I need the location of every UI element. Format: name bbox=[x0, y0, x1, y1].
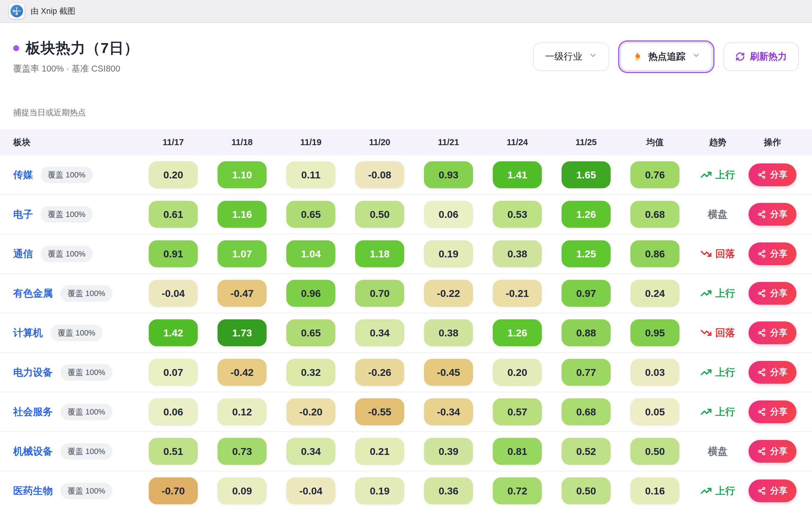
coverage-badge: 覆盖 100% bbox=[60, 443, 113, 460]
heat-cell: -0.21 bbox=[483, 280, 552, 307]
share-icon bbox=[758, 487, 766, 495]
mean-cell: 0.05 bbox=[621, 398, 689, 425]
trend-label: 上行 bbox=[715, 287, 735, 300]
share-button[interactable]: 分享 bbox=[749, 163, 797, 186]
heat-cell: 0.20 bbox=[139, 161, 208, 188]
trend-up-icon bbox=[700, 485, 712, 497]
heat-cell: 0.68 bbox=[552, 398, 621, 425]
sector-link[interactable]: 电力设备 bbox=[13, 366, 53, 379]
heat-cell: 0.12 bbox=[208, 398, 276, 425]
heat-cell: 0.39 bbox=[414, 438, 483, 465]
action-cell: 分享 bbox=[746, 203, 799, 226]
heat-value: 1.16 bbox=[217, 201, 266, 228]
heat-cell: -0.34 bbox=[414, 398, 483, 425]
heat-value: 0.91 bbox=[149, 240, 198, 267]
heat-cell: 0.97 bbox=[552, 280, 621, 307]
trend-label: 上行 bbox=[715, 168, 735, 182]
share-button[interactable]: 分享 bbox=[749, 242, 797, 265]
sector-link[interactable]: 传媒 bbox=[13, 168, 33, 182]
trend-cell: 横盘 bbox=[689, 208, 746, 221]
heat-cell: -0.70 bbox=[139, 477, 208, 504]
heat-cell: -0.45 bbox=[414, 359, 483, 386]
heat-cell: -0.08 bbox=[345, 161, 414, 188]
table-row: 电子覆盖 100%0.611.160.650.500.060.531.260.6… bbox=[0, 195, 812, 234]
heat-value: 0.76 bbox=[630, 161, 679, 188]
heat-cell: 0.73 bbox=[208, 438, 276, 465]
sector-link[interactable]: 社会服务 bbox=[13, 405, 53, 419]
heat-cell: 0.88 bbox=[552, 319, 621, 346]
xnip-app-icon bbox=[9, 3, 24, 19]
heat-value: 0.11 bbox=[286, 161, 335, 188]
mean-cell: 0.50 bbox=[621, 438, 689, 465]
share-button[interactable]: 分享 bbox=[749, 440, 797, 463]
heat-value: 0.65 bbox=[286, 319, 335, 346]
industry-level-dropdown[interactable]: 一级行业 bbox=[533, 43, 609, 71]
mean-cell: 0.03 bbox=[621, 359, 689, 386]
share-button[interactable]: 分享 bbox=[749, 361, 797, 384]
sector-cell: 电子覆盖 100% bbox=[13, 206, 139, 223]
column-header-1: 11/17 bbox=[139, 137, 208, 147]
heat-cell: 0.77 bbox=[552, 359, 621, 386]
trend-up-icon bbox=[700, 406, 712, 417]
heat-cell: 1.25 bbox=[552, 240, 621, 267]
heat-cell: 1.16 bbox=[208, 201, 276, 228]
column-header-7: 11/25 bbox=[552, 137, 621, 147]
share-button-label: 分享 bbox=[770, 327, 788, 339]
heat-cell: 0.36 bbox=[414, 477, 483, 504]
heat-value: 0.51 bbox=[149, 438, 198, 465]
share-button[interactable]: 分享 bbox=[749, 282, 797, 305]
coverage-badge: 覆盖 100% bbox=[60, 483, 113, 499]
sector-link[interactable]: 通信 bbox=[13, 247, 33, 261]
sector-link[interactable]: 有色金属 bbox=[13, 287, 53, 300]
column-header-3: 11/19 bbox=[276, 137, 345, 147]
heat-value: 0.06 bbox=[424, 201, 473, 228]
refresh-heat-button[interactable]: 刷新热力 bbox=[724, 43, 799, 71]
heat-value: 0.09 bbox=[217, 477, 266, 504]
heat-value: 1.65 bbox=[562, 161, 611, 188]
sector-link[interactable]: 机械设备 bbox=[13, 445, 53, 458]
flame-icon bbox=[632, 52, 642, 61]
trend-cell: 上行 bbox=[689, 405, 746, 419]
share-icon bbox=[758, 210, 766, 219]
share-button-label: 分享 bbox=[770, 287, 788, 299]
scissors-icon bbox=[10, 5, 23, 17]
heat-value: 0.34 bbox=[355, 319, 404, 346]
heat-cell: 0.11 bbox=[276, 161, 345, 188]
trend-down-icon bbox=[700, 327, 712, 338]
heat-value: -0.47 bbox=[217, 280, 266, 307]
share-button[interactable]: 分享 bbox=[749, 400, 797, 423]
heat-value: 0.50 bbox=[355, 201, 404, 228]
coverage-badge: 覆盖 100% bbox=[41, 206, 93, 223]
coverage-badge: 覆盖 100% bbox=[41, 167, 93, 183]
table-row: 电力设备覆盖 100%0.07-0.420.32-0.26-0.450.200.… bbox=[0, 353, 812, 392]
heat-value: -0.34 bbox=[424, 398, 473, 425]
screenshot-titlebar: 由 Xnip 截图 bbox=[0, 0, 812, 23]
heat-value: 0.19 bbox=[355, 477, 404, 504]
trend-cell: 回落 bbox=[689, 247, 746, 261]
trend-cell: 上行 bbox=[689, 287, 746, 300]
heat-cell: 1.26 bbox=[483, 319, 552, 346]
trend-cell: 横盘 bbox=[689, 445, 746, 458]
chevron-down-icon bbox=[692, 51, 700, 62]
sector-link[interactable]: 医药生物 bbox=[13, 484, 53, 498]
heat-cell: 1.26 bbox=[552, 201, 621, 228]
sector-link[interactable]: 计算机 bbox=[13, 326, 43, 340]
share-button[interactable]: 分享 bbox=[749, 203, 797, 226]
heat-cell: -0.26 bbox=[345, 359, 414, 386]
trend-cell: 回落 bbox=[689, 326, 746, 340]
hot-tracking-dropdown[interactable]: 热点追踪 bbox=[620, 43, 712, 71]
heat-cell: 0.70 bbox=[345, 280, 414, 307]
sector-cell: 计算机覆盖 100% bbox=[13, 325, 139, 341]
table-row: 有色金属覆盖 100%-0.04-0.470.960.70-0.22-0.210… bbox=[0, 274, 812, 314]
trend-cell: 上行 bbox=[689, 484, 746, 498]
mean-cell: 0.16 bbox=[621, 477, 689, 504]
sector-link[interactable]: 电子 bbox=[13, 208, 33, 221]
heat-value: 0.61 bbox=[149, 201, 198, 228]
column-header-10: 操作 bbox=[746, 136, 799, 149]
share-button[interactable]: 分享 bbox=[749, 480, 797, 502]
trend-down-icon bbox=[700, 248, 712, 260]
sector-heat-panel: 板块热力（7日） 覆盖率 100% · 基准 CSI800 一级行业 热点追踪 bbox=[0, 38, 812, 507]
share-button[interactable]: 分享 bbox=[749, 322, 797, 344]
share-button-label: 分享 bbox=[770, 485, 788, 497]
heat-cell: 0.93 bbox=[414, 161, 483, 188]
